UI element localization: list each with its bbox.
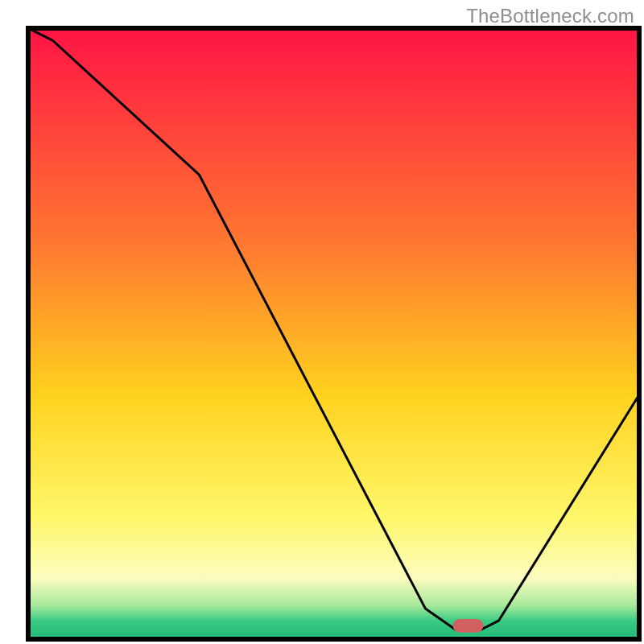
plot-background	[28, 28, 639, 639]
optimum-marker	[453, 619, 484, 633]
watermark-text: TheBottleneck.com	[466, 5, 634, 27]
chart-container: TheBottleneck.com	[0, 0, 644, 644]
bottleneck-chart	[0, 0, 644, 644]
